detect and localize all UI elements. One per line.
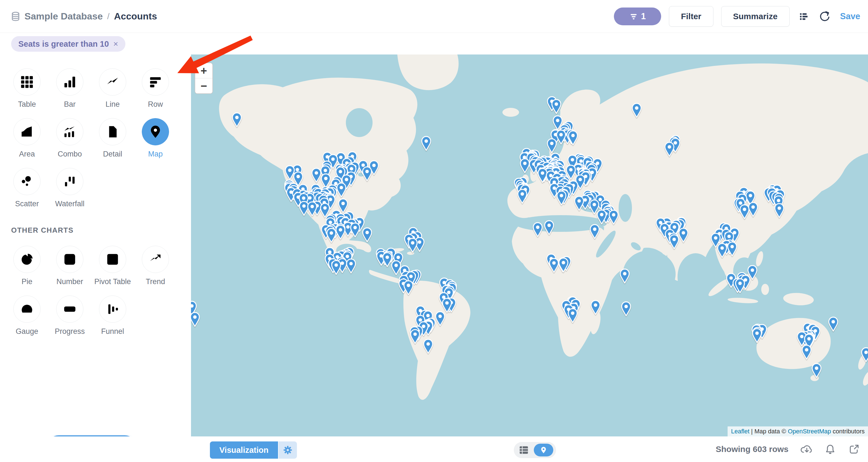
chart-type-label: Progress — [55, 327, 85, 336]
table-view-icon — [519, 446, 528, 454]
row-chart-icon — [142, 68, 169, 96]
chart-type-scatter[interactable]: Scatter — [6, 168, 49, 208]
chart-type-bar[interactable]: Bar — [49, 68, 91, 109]
leaflet-link[interactable]: Leaflet — [731, 428, 749, 435]
pie-chart-icon — [13, 246, 40, 273]
visualization-settings-button[interactable] — [279, 441, 297, 459]
footer-bar: Visualization — [0, 436, 868, 462]
table-chart-icon — [13, 68, 40, 96]
chart-type-label: Scatter — [15, 199, 39, 208]
chart-type-label: Area — [19, 150, 35, 158]
chart-type-progress[interactable]: Progress — [49, 296, 91, 336]
summarize-button[interactable]: Summarize — [721, 6, 789, 27]
chart-type-waterfall[interactable]: Waterfall — [49, 168, 91, 208]
progress-chart-icon — [56, 296, 84, 323]
funnel-icon — [629, 12, 638, 20]
attribution-suffix: contributors — [831, 428, 865, 435]
other-charts-heading: OTHER CHARTS — [11, 226, 191, 235]
filter-chip-label: Seats is greater than 10 — [18, 39, 109, 49]
chart-type-pivot[interactable]: Pivot Table — [91, 246, 134, 286]
chart-type-line[interactable]: Line — [91, 68, 134, 109]
filter-chip[interactable]: Seats is greater than 10 × — [11, 36, 125, 52]
chart-type-label: Table — [18, 100, 36, 109]
chart-type-label: Trend — [146, 277, 165, 286]
breadcrumb-separator: / — [107, 12, 110, 21]
map-zoom-control: + − — [195, 63, 213, 94]
world-map — [191, 55, 868, 436]
save-button[interactable]: Save — [840, 11, 860, 22]
chart-type-table[interactable]: Table — [6, 68, 49, 109]
chart-type-label: Map — [148, 150, 163, 158]
database-icon — [11, 12, 20, 21]
chart-type-label: Pie — [22, 277, 32, 286]
chart-type-grid-main: TableBarLineRowAreaComboDetailMapScatter… — [0, 55, 191, 208]
area-chart-icon — [13, 118, 40, 145]
breadcrumb: Sample Database / Accounts — [11, 11, 157, 22]
map-visualization[interactable]: + − Leaflet | Map data © OpenStreetMap c… — [191, 55, 868, 436]
chart-type-label: Funnel — [101, 327, 124, 336]
map-chart-icon — [142, 118, 169, 145]
osm-link[interactable]: OpenStreetMap — [788, 428, 831, 435]
chart-type-label: Waterfall — [55, 199, 85, 208]
share-icon[interactable] — [848, 443, 860, 455]
map-view-icon — [540, 446, 547, 454]
attribution-text: Map data © — [754, 428, 788, 435]
gear-icon — [283, 445, 292, 455]
attribution-divider: | — [750, 428, 754, 435]
funnel-chart-icon — [99, 296, 126, 323]
notebook-icon[interactable] — [797, 10, 810, 23]
chart-type-gauge[interactable]: Gauge — [6, 296, 49, 336]
chart-type-label: Row — [148, 100, 163, 109]
bar-chart-icon — [56, 68, 84, 96]
chart-type-sidebar: TableBarLineRowAreaComboDetailMapScatter… — [0, 55, 191, 462]
chart-type-combo[interactable]: Combo — [49, 118, 91, 158]
chart-type-map[interactable]: Map — [134, 118, 177, 158]
scatter-chart-icon — [13, 168, 40, 195]
row-count: Showing 603 rows — [716, 444, 788, 454]
chart-type-label: Gauge — [16, 327, 38, 336]
visualization-button-group: Visualization — [210, 441, 297, 459]
gauge-chart-icon — [13, 296, 40, 323]
download-icon[interactable] — [800, 443, 812, 455]
chart-type-label: Detail — [103, 150, 122, 158]
remove-filter-icon[interactable]: × — [114, 40, 118, 48]
chart-type-label: Number — [56, 277, 83, 286]
map-view-button[interactable] — [534, 444, 553, 457]
trend-chart-icon — [142, 246, 169, 273]
visualization-button[interactable]: Visualization — [210, 441, 278, 459]
number-chart-icon — [56, 246, 84, 273]
breadcrumb-database[interactable]: Sample Database — [25, 11, 103, 22]
bell-icon[interactable] — [824, 443, 836, 455]
waterfall-chart-icon — [56, 168, 84, 195]
chart-type-detail[interactable]: Detail — [91, 118, 134, 158]
breadcrumb-table: Accounts — [114, 11, 157, 22]
zoom-out-button[interactable]: − — [195, 78, 212, 93]
chart-type-label: Pivot Table — [94, 277, 131, 286]
line-chart-icon — [99, 68, 126, 96]
chart-type-label: Line — [105, 100, 120, 109]
map-attribution: Leaflet | Map data © OpenStreetMap contr… — [727, 426, 868, 436]
view-toggle — [514, 442, 556, 458]
chart-type-number[interactable]: Number — [49, 246, 91, 286]
filter-button[interactable]: Filter — [669, 6, 713, 27]
pivot-chart-icon — [99, 246, 126, 273]
chart-type-funnel[interactable]: Funnel — [91, 296, 134, 336]
refresh-icon[interactable] — [818, 10, 831, 23]
chart-type-label: Bar — [64, 100, 75, 109]
active-filters-pill[interactable]: 1 — [614, 7, 661, 25]
chart-type-row[interactable]: Row — [134, 68, 177, 109]
chart-type-pie[interactable]: Pie — [6, 246, 49, 286]
detail-chart-icon — [99, 118, 126, 145]
chart-type-area[interactable]: Area — [6, 118, 49, 158]
chart-type-grid-other: PieNumberPivot TableTrendGaugeProgressFu… — [0, 235, 191, 336]
chart-type-trend[interactable]: Trend — [134, 246, 177, 286]
active-filters-count: 1 — [641, 11, 646, 22]
chart-type-label: Combo — [58, 150, 82, 158]
filter-chip-row: Seats is greater than 10 × — [0, 33, 868, 55]
zoom-in-button[interactable]: + — [195, 63, 212, 78]
table-view-button[interactable] — [514, 446, 534, 454]
app-header: Sample Database / Accounts 1 Filter Summ… — [0, 0, 868, 33]
combo-chart-icon — [56, 118, 84, 145]
